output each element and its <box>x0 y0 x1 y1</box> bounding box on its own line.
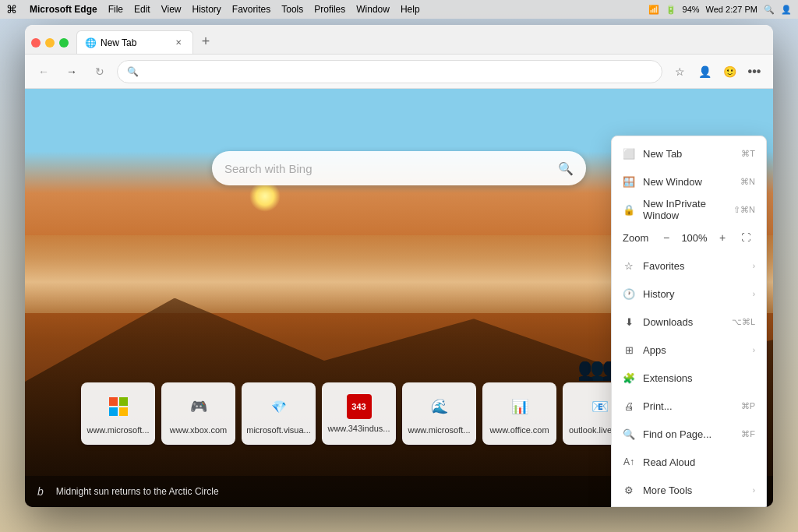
datetime: Wed 2:27 PM <box>706 5 757 14</box>
menu-apps[interactable]: ⊞ Apps › <box>612 336 766 364</box>
more-tools-arrow: › <box>753 486 755 495</box>
quicklink-343-label: www.343indus... <box>327 424 390 433</box>
menu-window[interactable]: Window <box>356 4 390 15</box>
edge-icon: 🌊 <box>425 393 454 421</box>
microsoft-icon <box>104 393 132 421</box>
favorites-arrow: › <box>753 262 755 270</box>
reload-button[interactable]: ↻ <box>89 61 111 83</box>
quicklink-343[interactable]: 343 www.343indus... <box>322 382 396 445</box>
favorites-menu-icon: ☆ <box>623 259 635 272</box>
zoom-in-btn[interactable]: + <box>713 228 732 247</box>
menu-find-shortcut: ⌘F <box>741 429 755 439</box>
app-name: Microsoft Edge <box>30 4 97 15</box>
menu-new-window-shortcut: ⌘N <box>740 177 755 187</box>
minimize-window-btn[interactable] <box>45 38 55 48</box>
history-menu-icon: 🕐 <box>623 287 635 300</box>
menu-new-tab[interactable]: ⬜ New Tab ⌘T <box>612 139 766 167</box>
new-tab-button[interactable]: + <box>195 30 217 52</box>
wifi-icon: 📶 <box>648 5 659 15</box>
menu-find[interactable]: 🔍 Find on Page... ⌘F <box>612 420 766 448</box>
menu-inprivate[interactable]: 🔒 New InPrivate Window ⇧⌘N <box>612 196 766 224</box>
battery-icon: 🔋 <box>666 5 676 15</box>
tab-close-btn[interactable]: ✕ <box>172 37 185 49</box>
menu-divider <box>612 506 766 507</box>
forward-button[interactable]: → <box>61 61 83 83</box>
maximize-window-btn[interactable] <box>59 38 69 48</box>
zoom-out-btn[interactable]: − <box>657 228 676 247</box>
quicklink-xbox-label: www.xbox.com <box>170 425 227 435</box>
menu-new-window-label: New Window <box>643 176 733 188</box>
menu-profiles[interactable]: Profiles <box>314 4 345 15</box>
menu-inprivate-shortcut: ⇧⌘N <box>733 205 755 215</box>
office-icon: 📊 <box>506 393 534 421</box>
menu-more-tools-label: More Tools <box>643 484 745 496</box>
bing-logo: b <box>37 485 44 498</box>
menu-downloads-label: Downloads <box>643 316 724 328</box>
find-menu-icon: 🔍 <box>623 428 635 440</box>
menu-read-aloud[interactable]: A↑ Read Aloud <box>612 448 766 476</box>
menu-extensions-label: Extensions <box>643 372 755 384</box>
tab-title: New Tab <box>101 37 136 48</box>
search-placeholder: Search with Bing <box>224 162 552 175</box>
menu-file[interactable]: File <box>108 4 123 15</box>
vscode-icon: 💎 <box>265 393 293 421</box>
menu-downloads-shortcut: ⌥⌘L <box>732 317 755 327</box>
zoom-value: 100% <box>680 232 708 244</box>
extensions-menu-icon: 🧩 <box>623 372 635 384</box>
menu-tools[interactable]: Tools <box>281 4 303 15</box>
menu-print-label: Print... <box>643 400 733 412</box>
menu-new-tab-label: New Tab <box>643 148 733 160</box>
address-bar-right: ☆ 👤 🙂 ••• <box>669 61 765 83</box>
favorites-icon[interactable]: ☆ <box>669 61 690 83</box>
menu-history[interactable]: 🕐 History › <box>612 280 766 308</box>
quicklink-vscode[interactable]: 💎 microsoft.visua... <box>242 382 316 445</box>
quicklink-vscode-label: microsoft.visua... <box>246 425 311 435</box>
menu-favorites[interactable]: Favorites <box>232 4 270 15</box>
active-tab[interactable]: 🌐 New Tab ✕ <box>76 30 193 54</box>
downloads-menu-icon: ⬇ <box>623 315 635 328</box>
status-bar: 📶 🔋 94% Wed 2:27 PM 🔍 👤 <box>648 5 792 15</box>
collections-icon[interactable]: 🙂 <box>719 61 740 83</box>
menu-extensions[interactable]: 🧩 Extensions <box>612 364 766 392</box>
quicklink-microsoft-label: www.microsoft... <box>87 425 149 435</box>
apps-arrow: › <box>753 346 755 354</box>
menu-read-aloud-label: Read Aloud <box>643 456 755 468</box>
xbox-icon: 🎮 <box>185 393 213 421</box>
tab-bar: 🌐 New Tab ✕ + <box>25 25 773 55</box>
url-search-icon: 🔍 <box>127 66 139 77</box>
search-overlay: Search with Bing 🔍 <box>212 151 586 185</box>
menu-new-window[interactable]: 🪟 New Window ⌘N <box>612 167 766 196</box>
profile-icon[interactable]: 👤 <box>694 61 715 83</box>
url-bar[interactable]: 🔍 <box>117 60 662 83</box>
menu-history[interactable]: History <box>192 4 221 15</box>
menu-view[interactable]: View <box>161 4 182 15</box>
menu-print[interactable]: 🖨 Print... ⌘P <box>612 392 766 420</box>
menu-inprivate-label: New InPrivate Window <box>643 198 726 221</box>
inprivate-icon: 🔒 <box>623 203 635 216</box>
zoom-fullscreen-btn[interactable]: ⛶ <box>736 228 755 247</box>
menu-edit[interactable]: Edit <box>134 4 150 15</box>
quicklink-office[interactable]: 📊 www.office.com <box>482 382 556 445</box>
menu-apps-label: Apps <box>643 344 745 356</box>
menu-more-tools[interactable]: ⚙ More Tools › <box>612 476 766 504</box>
back-button[interactable]: ← <box>33 61 55 83</box>
menu-find-label: Find on Page... <box>643 428 733 440</box>
quicklink-xbox[interactable]: 🎮 www.xbox.com <box>161 382 235 445</box>
search-icon[interactable]: 🔍 <box>764 5 775 15</box>
read-aloud-icon: A↑ <box>623 456 635 468</box>
menu-favorites[interactable]: ☆ Favorites › <box>612 252 766 280</box>
apple-menu[interactable]: ⌘ <box>6 3 17 16</box>
menu-downloads[interactable]: ⬇ Downloads ⌥⌘L <box>612 308 766 336</box>
search-submit-icon[interactable]: 🔍 <box>558 161 574 176</box>
menu-new-tab-shortcut: ⌘T <box>741 149 755 159</box>
search-bar[interactable]: Search with Bing 🔍 <box>212 151 586 185</box>
more-button[interactable]: ••• <box>743 61 765 83</box>
user-icon[interactable]: 👤 <box>781 5 792 15</box>
quicklink-edge[interactable]: 🌊 www.microsoft... <box>402 382 476 445</box>
menu-help[interactable]: Help <box>401 4 420 15</box>
quicklink-microsoft[interactable]: www.microsoft... <box>81 382 155 445</box>
quicklink-edge-label: www.microsoft... <box>408 425 470 435</box>
tab-favicon: 🌐 <box>85 37 96 48</box>
343-icon: 343 <box>347 394 372 419</box>
close-window-btn[interactable] <box>31 38 41 48</box>
